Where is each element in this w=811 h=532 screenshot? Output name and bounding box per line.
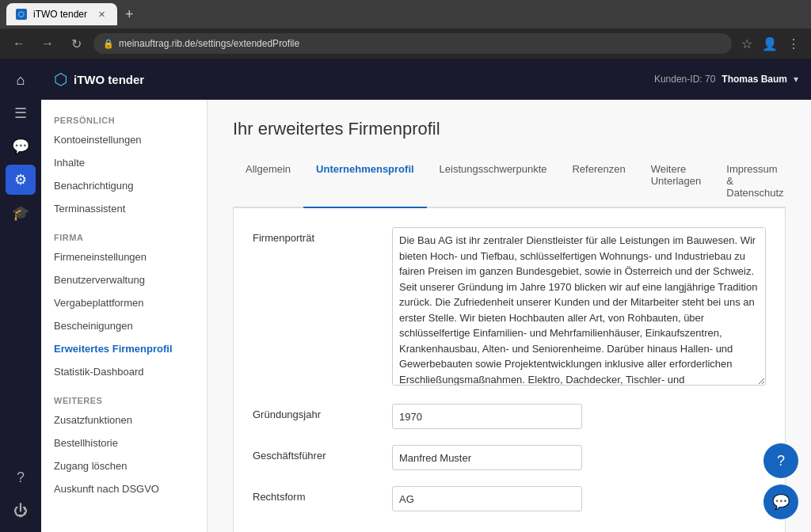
help-chat-button[interactable]: 💬 — [763, 484, 798, 519]
form-row-rechtsform: Rechtsform — [253, 486, 766, 511]
icon-sidebar: ⌂ ☰ 💬 ⚙ 🎓 ? ⏻ — [0, 59, 41, 532]
sidebar-icon-home[interactable]: ⌂ — [6, 65, 36, 95]
tab-title: iTWO tender — [33, 9, 87, 20]
tab-weitere-unterlagen[interactable]: Weitere Unterlagen — [638, 155, 714, 208]
tab-leistungsschwerpunkte[interactable]: Leistungsschwerpunkte — [427, 155, 560, 208]
rechtsform-control — [392, 486, 766, 511]
gruendungsjahr-label: Gründungsjahr — [253, 404, 379, 420]
form-card: Firmenporträt Gründungsjahr Geschäftsfüh… — [233, 208, 786, 532]
nav-sidebar: PERSÖNLICH Kontoeinstellungen Inhalte Be… — [41, 100, 208, 532]
app: ⌂ ☰ 💬 ⚙ 🎓 ? ⏻ ⬡ iTWO tender Kunden-ID: 7… — [0, 59, 811, 532]
nav-item-zusatzfunktionen[interactable]: Zusatzfunktionen — [41, 408, 207, 431]
gruendungsjahr-input[interactable] — [392, 404, 582, 429]
main-content: Ihr erweitertes Firmenprofil Allgemein U… — [208, 100, 811, 532]
nav-item-erweitertes-firmenprofil[interactable]: Erweitertes Firmenprofil — [41, 337, 207, 360]
page-title: Ihr erweitertes Firmenprofil — [233, 119, 786, 139]
address-bar-actions: ☆ 👤 ⋮ — [738, 33, 803, 55]
form-row-gruendungsjahr: Gründungsjahr — [253, 404, 766, 429]
nav-item-bestellhistorie[interactable]: Bestellhistorie — [41, 431, 207, 454]
sidebar-icon-question[interactable]: ? — [6, 462, 36, 492]
forward-button[interactable]: → — [36, 32, 59, 55]
nav-item-benachrichtigung[interactable]: Benachrichtigung — [41, 174, 207, 197]
header-right: Kunden-ID: 70 Thomas Baum ▾ — [654, 74, 798, 85]
rechtsform-input[interactable] — [392, 486, 582, 511]
profile-icon[interactable]: 👤 — [759, 33, 781, 55]
browser-chrome: ⬡ iTWO tender ✕ + — [0, 0, 811, 28]
tabs: Allgemein Unternehmensprofil Leistungssc… — [233, 155, 786, 208]
sidebar-icon-graduation[interactable]: 🎓 — [6, 198, 36, 228]
ausbildungsbetrieb-label: Ausbildungsbetrieb — [253, 527, 379, 532]
logo-text: iTWO tender — [74, 73, 144, 86]
lock-icon: 🔒 — [103, 39, 114, 49]
bookmark-icon[interactable]: ☆ — [738, 33, 756, 55]
user-dropdown-arrow[interactable]: ▾ — [794, 74, 798, 85]
new-tab-button[interactable]: + — [125, 6, 134, 23]
nav-item-kontoeinstellungen[interactable]: Kontoeinstellungen — [41, 128, 207, 151]
nav-item-terminassistent[interactable]: Terminassistent — [41, 197, 207, 220]
form-row-ausbildungsbetrieb: Ausbildungsbetrieb — [253, 527, 766, 532]
ausbildungsbetrieb-control — [392, 527, 766, 532]
app-header: ⬡ iTWO tender Kunden-ID: 70 Thomas Baum … — [41, 59, 811, 100]
firmenportrait-label: Firmenporträt — [253, 227, 379, 244]
tab-impressum-datenschutz[interactable]: Impressum & Datenschutz — [714, 155, 796, 208]
browser-tab[interactable]: ⬡ iTWO tender ✕ — [6, 3, 117, 25]
nav-item-firmeneinstellungen[interactable]: Firmeneinstellungen — [41, 245, 207, 268]
rechtsform-label: Rechtsform — [253, 486, 379, 503]
geschaeftsfuehrer-control — [392, 445, 766, 470]
nav-item-vergabeplattformen[interactable]: Vergabeplattformen — [41, 291, 207, 314]
help-question-button[interactable]: ? — [763, 443, 798, 478]
content-area: ⬡ iTWO tender Kunden-ID: 70 Thomas Baum … — [41, 59, 811, 532]
nav-section-personal: PERSÖNLICH — [41, 109, 207, 128]
sidebar-icon-power[interactable]: ⏻ — [6, 496, 36, 526]
firmenportrait-textarea[interactable] — [392, 227, 766, 386]
nav-item-zugang-loeschen[interactable]: Zugang löschen — [41, 454, 207, 477]
firmenportrait-control — [392, 227, 766, 388]
nav-item-benutzerverwaltung[interactable]: Benutzerverwaltung — [41, 268, 207, 291]
help-buttons: ? 💬 — [763, 443, 798, 519]
nav-item-bescheinigungen[interactable]: Bescheinigungen — [41, 314, 207, 337]
nav-item-inhalte[interactable]: Inhalte — [41, 151, 207, 174]
tab-unternehmensprofil[interactable]: Unternehmensprofil — [303, 155, 427, 208]
tab-allgemein[interactable]: Allgemein — [233, 155, 303, 208]
logo-area: ⬡ iTWO tender — [54, 70, 144, 89]
sidebar-icon-settings[interactable]: ⚙ — [6, 165, 36, 195]
menu-icon[interactable]: ⋮ — [784, 33, 803, 55]
customer-id: Kunden-ID: 70 — [654, 74, 715, 85]
geschaeftsfuehrer-label: Geschäftsführer — [253, 445, 379, 462]
nav-item-auskunft-dsgvo[interactable]: Auskunft nach DSGVO — [41, 477, 207, 500]
form-row-geschaeftsfuehrer: Geschäftsführer — [253, 445, 766, 470]
sidebar-icon-chat[interactable]: 💬 — [6, 131, 36, 162]
nav-section-firma: FIRMA — [41, 226, 207, 245]
sidebar-icon-list[interactable]: ☰ — [6, 98, 36, 128]
nav-item-statistik-dashboard[interactable]: Statistik-Dashboard — [41, 360, 207, 383]
geschaeftsfuehrer-input[interactable] — [392, 445, 582, 470]
refresh-button[interactable]: ↻ — [65, 32, 87, 55]
tab-close-btn[interactable]: ✕ — [95, 8, 108, 21]
url-text: meinauftrag.rib.de/settings/extendedProf… — [119, 38, 299, 49]
logo-icon: ⬡ — [54, 70, 67, 89]
user-name: Thomas Baum — [722, 74, 787, 85]
back-button[interactable]: ← — [8, 32, 30, 55]
address-bar: ← → ↻ 🔒 meinauftrag.rib.de/settings/exte… — [0, 28, 811, 59]
nav-section-weiteres: WEITERES — [41, 390, 207, 408]
tab-favicon: ⬡ — [16, 9, 27, 20]
tab-referenzen[interactable]: Referenzen — [559, 155, 638, 208]
url-bar[interactable]: 🔒 meinauftrag.rib.de/settings/extendedPr… — [93, 33, 732, 54]
gruendungsjahr-control — [392, 404, 766, 429]
form-row-firmenportrait: Firmenporträt — [253, 227, 766, 388]
